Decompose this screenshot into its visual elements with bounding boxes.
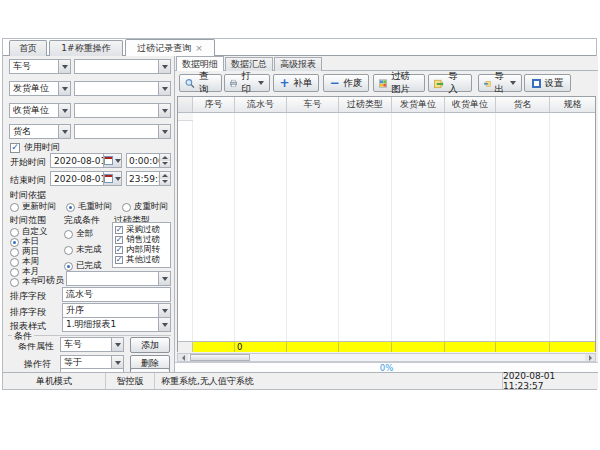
column-header-weigh-type[interactable]: 过磅类型 <box>339 97 392 112</box>
settings-button[interactable]: 设置 <box>524 74 571 92</box>
tab-home[interactable]: 首页 <box>9 40 47 56</box>
radio-icon[interactable] <box>10 278 19 287</box>
void-button[interactable]: − 作废 <box>323 74 369 92</box>
column-header-seq[interactable]: 序号 <box>193 97 235 112</box>
filter-field-3-select[interactable]: 收货单位 <box>9 103 71 118</box>
column-header-spec[interactable]: 规格 <box>550 97 595 112</box>
column-header-goods[interactable]: 货名 <box>496 97 550 112</box>
filter-field-1-select[interactable]: 车号 <box>9 59 71 74</box>
scroll-right-icon[interactable] <box>585 354 595 361</box>
progress-percent: 0% <box>380 363 394 373</box>
checkbox-icon[interactable]: ✓ <box>115 226 123 234</box>
export-button[interactable]: 导出 <box>478 74 522 92</box>
weigh-type-list[interactable]: ✓采购过磅 ✓销售过磅 ✓内部周转 ✓其他过磅 <box>112 222 171 268</box>
radio-icon[interactable] <box>122 203 131 212</box>
start-time-spinner[interactable]: 0:00:00 <box>126 153 171 168</box>
filter-value-2-input[interactable] <box>74 81 171 96</box>
chevron-down-icon[interactable] <box>58 125 70 138</box>
filter-value-4-input[interactable] <box>74 124 171 139</box>
chevron-down-icon[interactable] <box>58 104 70 117</box>
checkbox-icon[interactable]: ✓ <box>115 256 123 264</box>
chevron-down-icon[interactable] <box>158 272 170 285</box>
app-window: 首页 1#称重操作 过磅记录查询 × 车号 发货单位 收货单位 <box>2 38 597 390</box>
add-condition-button[interactable]: 添加 <box>130 337 170 353</box>
chevron-down-icon[interactable] <box>58 60 70 73</box>
radio-gross-time[interactable]: 毛重时间 <box>66 201 112 213</box>
chevron-down-icon[interactable] <box>158 60 170 73</box>
import-button[interactable]: 导入 <box>428 74 472 92</box>
tab-data-detail[interactable]: 数据明细 <box>176 56 224 71</box>
weigher-select[interactable] <box>66 271 171 286</box>
status-mode: 单机模式 <box>3 373 106 389</box>
checkbox-icon[interactable]: ✓ <box>115 236 123 244</box>
calendar-icon[interactable] <box>103 154 121 167</box>
condition-group-title: 条件 <box>12 330 34 343</box>
end-time-label: 结束时间 <box>10 174 46 187</box>
sort-order-select[interactable]: 升序 <box>62 303 171 318</box>
image-icon <box>379 78 387 89</box>
spinner-arrows-icon[interactable] <box>159 154 170 167</box>
import-icon <box>434 78 444 89</box>
totals-serial-cell: 0 <box>235 341 287 352</box>
start-date-picker[interactable]: 2020-08-01 <box>50 153 122 168</box>
settings-icon <box>532 79 541 88</box>
close-icon[interactable]: × <box>195 44 203 53</box>
radio-update-time[interactable]: 更新时间 <box>10 201 56 213</box>
query-button[interactable]: 查询 <box>179 74 222 92</box>
end-date-picker[interactable]: 2020-08-01 <box>50 171 122 186</box>
chevron-down-icon[interactable] <box>158 304 170 317</box>
filter-field-2-select[interactable]: 发货单位 <box>9 81 71 96</box>
checkbox-icon[interactable]: ✓ <box>10 143 20 153</box>
condition-attr-select[interactable]: 车号 <box>60 337 124 352</box>
filter-value-1-input[interactable] <box>74 59 171 74</box>
filter-field-4-label: 货名 <box>13 125 31 138</box>
check-other-weigh[interactable]: ✓其他过磅 <box>115 255 170 265</box>
tab-weigh-record-query[interactable]: 过磅记录查询 × <box>125 39 215 56</box>
scrollbar-thumb[interactable] <box>190 354 250 361</box>
column-header-shipper[interactable]: 发货单位 <box>392 97 445 112</box>
horizontal-scrollbar[interactable] <box>177 353 596 362</box>
spinner-arrows-icon[interactable] <box>159 172 170 185</box>
filter-field-4-select[interactable]: 货名 <box>9 124 71 139</box>
report-style-select[interactable]: 1.明细报表1 <box>62 317 171 332</box>
radio-finish-unfinished[interactable]: 未完成 <box>64 244 102 256</box>
weigh-photos-button[interactable]: 过磅图片 <box>373 74 425 92</box>
sort-field-input[interactable]: 流水号 <box>62 287 171 302</box>
chevron-down-icon[interactable] <box>158 82 170 95</box>
column-header-receiver[interactable]: 收货单位 <box>445 97 496 112</box>
checkbox-icon[interactable]: ✓ <box>115 246 123 254</box>
new-row-indicator <box>178 113 193 121</box>
radio-tare-time[interactable]: 皮重时间 <box>122 201 168 213</box>
chevron-down-icon[interactable] <box>111 338 123 351</box>
records-grid[interactable]: 序号 流水号 车号 过磅类型 发货单位 收货单位 货名 规格 <box>177 96 596 352</box>
grid-totals-row: 0 <box>178 341 595 352</box>
radio-icon[interactable] <box>64 262 73 271</box>
chevron-down-icon[interactable] <box>158 318 170 331</box>
status-edition: 智控版 <box>106 373 155 389</box>
radio-icon[interactable] <box>64 246 73 255</box>
filter-value-3-input[interactable] <box>74 103 171 118</box>
radio-icon[interactable] <box>10 203 19 212</box>
supplement-order-button[interactable]: + 补单 <box>273 74 319 92</box>
calendar-icon[interactable] <box>103 172 121 185</box>
plus-icon: + <box>279 77 289 89</box>
grid-body-empty[interactable] <box>178 113 595 341</box>
radio-finish-all[interactable]: 全部 <box>64 228 93 240</box>
print-button[interactable]: 打印 <box>224 74 270 92</box>
column-header-serial[interactable]: 流水号 <box>235 97 287 112</box>
radio-range-this-year[interactable]: 本年 <box>10 276 39 288</box>
end-time-spinner[interactable]: 23:59:59 <box>126 171 171 186</box>
tab-advanced-report[interactable]: 高级报表 <box>274 57 322 71</box>
radio-icon[interactable] <box>64 230 73 239</box>
chevron-down-icon[interactable] <box>158 125 170 138</box>
sort-order-label: 排序字段 <box>10 306 46 319</box>
column-header-vehicle[interactable]: 车号 <box>287 97 339 112</box>
scroll-left-icon[interactable] <box>178 354 188 361</box>
radio-icon[interactable] <box>66 203 75 212</box>
tab-data-summary[interactable]: 数据汇总 <box>225 57 273 71</box>
chevron-down-icon[interactable] <box>158 104 170 117</box>
chevron-down-icon[interactable] <box>58 82 70 95</box>
tab-weighing-operation[interactable]: 1#称重操作 <box>49 40 123 56</box>
export-icon <box>484 78 491 89</box>
filter-field-3-label: 收货单位 <box>13 104 49 117</box>
